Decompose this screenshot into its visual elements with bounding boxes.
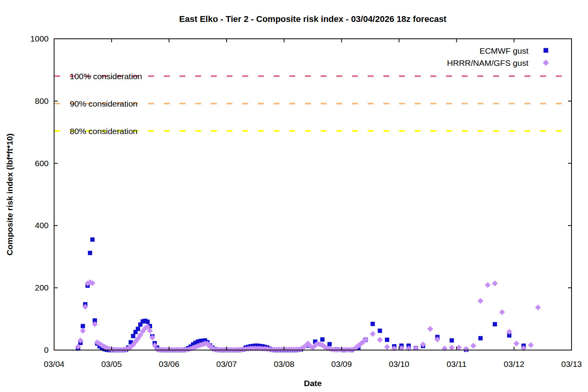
data-point-hrrr [499,309,505,315]
x-tick-label: 03/07 [216,359,237,368]
y-tick-label: 800 [35,96,49,105]
threshold-label-100: 100% consideration [70,72,142,81]
plot-border-and-ticks [54,39,572,350]
x-tick-label: 03/08 [274,359,294,368]
data-point-hrrr [449,345,455,350]
data-point-hrrr [470,343,476,348]
data-point-hrrr [514,341,519,347]
data-point-ecmwf [320,338,325,342]
data-point-ecmwf [145,319,150,324]
data-point-ecmwf [90,238,94,242]
tick-labels: 03/0403/0503/0603/0703/0803/0903/1003/11… [30,34,582,368]
data-point-hrrr [427,326,433,332]
x-tick-label: 03/05 [101,359,122,368]
data-point-ecmwf [493,322,497,327]
legend-label-hrrr: HRRR/NAM/GFS gust [447,58,528,67]
x-tick-label: 03/06 [159,359,180,368]
x-tick-label: 03/12 [504,359,524,368]
legend: ECMWF gust HRRR/NAM/GFS gust [447,46,549,67]
legend-marker-hrrr-diamond [543,60,549,66]
composite-risk-chart: 100% consideration 90% consideration 80%… [0,0,588,392]
y-tick-label: 400 [35,221,49,230]
legend-label-ecmwf: ECMWF gust [479,46,528,55]
data-point-ecmwf [136,327,140,331]
data-point-ecmwf [81,324,85,328]
data-point-hrrr [80,328,86,334]
threshold-label-90: 90% consideration [70,99,138,108]
data-point-ecmwf [370,322,375,326]
ecmwf-gust-points [76,238,526,352]
data-point-hrrr [485,282,491,288]
y-axis-label: Composite risk index (lbf*ft*10) [5,133,14,256]
data-point-ecmwf [131,334,135,338]
x-tick-label: 03/04 [44,359,65,368]
data-point-hrrr [528,342,534,348]
data-point-ecmwf [378,328,382,333]
y-tick-label: 0 [44,345,49,354]
x-tick-label: 03/13 [561,359,582,368]
data-point-ecmwf [88,251,92,255]
data-point-ecmwf [385,338,389,342]
x-axis-label: Date [304,379,322,388]
data-point-hrrr [442,346,448,352]
data-point-hrrr [477,298,483,304]
data-point-hrrr [377,337,383,343]
plot-border [54,39,572,350]
data-point-hrrr [535,305,541,310]
data-point-ecmwf [327,342,332,346]
y-tick-label: 1000 [30,34,49,43]
legend-marker-ecmwf-square [544,48,548,53]
x-tick-label: 03/09 [331,359,352,368]
y-tick-label: 600 [35,159,49,168]
chart-title: East Elko - Tier 2 - Composite risk inde… [179,14,447,24]
hrrr-nam-gfs-gust-points [75,279,541,352]
chart-page: 100% consideration 90% consideration 80%… [0,0,588,392]
threshold-label-80: 80% consideration [70,127,138,136]
data-point-hrrr [384,344,390,350]
data-point-hrrr [370,331,376,337]
x-tick-label: 03/10 [389,359,410,368]
data-point-ecmwf [450,338,454,343]
y-tick-label: 200 [35,283,49,292]
x-tick-label: 03/11 [446,359,466,368]
data-point-hrrr [492,281,498,287]
data-point-ecmwf [478,336,483,340]
